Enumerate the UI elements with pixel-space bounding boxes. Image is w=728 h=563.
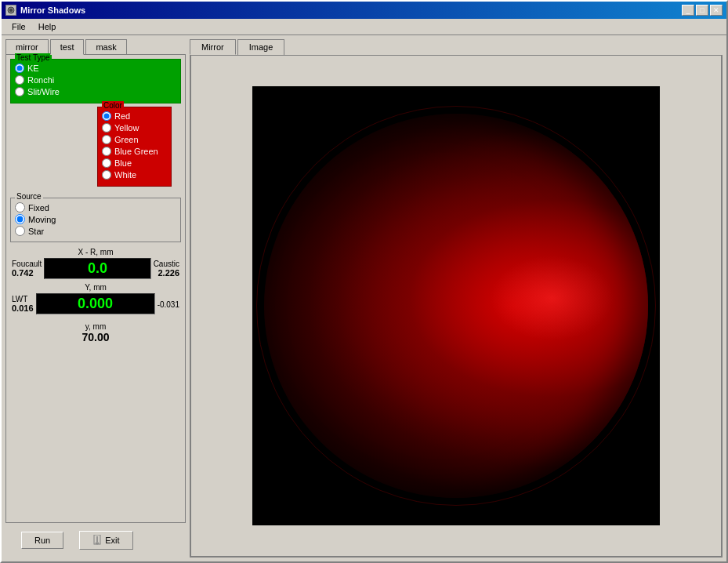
test-type-label: Test Type — [15, 53, 52, 62]
source-fixed-radio[interactable] — [15, 202, 25, 212]
title-bar-left: Mirror Shadows — [5, 5, 85, 16]
left-panel-body: Test Type KE Ronchi Slit/Wire — [5, 54, 186, 523]
window-icon — [5, 5, 16, 16]
color-red-radio[interactable] — [102, 111, 111, 121]
test-ke-radio[interactable] — [15, 64, 24, 73]
test-ke-option[interactable]: KE — [15, 64, 176, 73]
color-blue-radio[interactable] — [102, 158, 111, 168]
test-ronchi-label: Ronchi — [27, 75, 54, 85]
color-green-label: Green — [114, 135, 139, 144]
lwt-label: LWT — [12, 295, 27, 303]
foucault-label: Foucault — [12, 260, 42, 268]
y-label: Y, mm — [12, 283, 179, 292]
color-label: Color — [102, 101, 124, 110]
color-white-radio[interactable] — [102, 170, 111, 180]
close-button[interactable]: ✕ — [710, 5, 723, 16]
mirror-highlight — [264, 114, 648, 498]
source-label: Source — [15, 192, 43, 201]
ymm-label: y, mm — [12, 322, 179, 331]
source-moving-label: Moving — [28, 215, 56, 224]
image-area — [190, 55, 723, 558]
tab-mirror-image[interactable]: Mirror — [190, 39, 236, 55]
run-button[interactable]: Run — [21, 532, 63, 549]
minimize-button[interactable]: _ — [682, 5, 694, 16]
mirror-canvas — [252, 86, 660, 525]
test-ke-label: KE — [27, 64, 39, 73]
image-tabs: Mirror Image — [190, 39, 723, 55]
source-fixed-option[interactable]: Fixed — [15, 202, 176, 212]
lwt-value: 0.016 — [12, 303, 34, 313]
menu-bar: File Help — [2, 19, 726, 35]
color-bluegreen-radio[interactable] — [102, 147, 111, 156]
color-white-label: White — [114, 170, 136, 180]
source-star-option[interactable]: Star — [15, 226, 176, 236]
ymm-section: y, mm 70.00 — [12, 322, 179, 343]
color-blue-label: Blue — [114, 158, 132, 168]
exit-button[interactable]: Exit — [79, 531, 132, 550]
color-yellow-label: Yellow — [114, 123, 139, 133]
test-ronchi-option[interactable]: Ronchi — [15, 75, 176, 85]
measurements-section: X - R, mm Foucault 0.742 0.0 Caustic 2.2… — [10, 246, 181, 345]
color-red-label: Red — [114, 111, 130, 121]
color-group: Color Red Yellow Green — [97, 107, 172, 187]
foucault-value: 0.742 — [12, 268, 34, 278]
main-window: Mirror Shadows _ □ ✕ File Help mirror te… — [0, 0, 728, 563]
color-green-radio[interactable] — [102, 135, 111, 144]
right-panel: Mirror Image — [190, 39, 723, 558]
y-value-display: 0.000 — [36, 293, 155, 314]
tab-mask[interactable]: mask — [85, 39, 126, 55]
color-red-option[interactable]: Red — [102, 111, 167, 121]
test-slitwire-radio[interactable] — [15, 87, 24, 96]
title-buttons: _ □ ✕ — [682, 5, 723, 16]
caustic-label: Caustic — [154, 260, 179, 268]
exit-icon — [92, 535, 102, 546]
left-panel: mirror test mask Test Type KE Ronchi — [5, 39, 186, 558]
test-slitwire-label: Slit/Wire — [27, 87, 60, 96]
y-value-row: LWT 0.016 0.000 -0.031 — [12, 293, 179, 314]
title-bar: Mirror Shadows _ □ ✕ — [2, 2, 726, 19]
buttons-row: Run Exit — [5, 523, 186, 558]
test-slitware-option[interactable]: Slit/Wire — [15, 87, 176, 96]
tab-test[interactable]: test — [50, 39, 85, 55]
x-value-display: 0.0 — [44, 258, 150, 279]
source-fixed-label: Fixed — [28, 203, 49, 212]
lwt-right-value: -0.031 — [158, 300, 179, 309]
color-green-option[interactable]: Green — [102, 135, 167, 144]
maximize-button[interactable]: □ — [696, 5, 708, 16]
color-bluegreen-option[interactable]: Blue Green — [102, 147, 167, 156]
window-title: Mirror Shadows — [20, 5, 85, 15]
source-star-label: Star — [28, 227, 44, 236]
svg-point-1 — [9, 9, 13, 12]
source-moving-radio[interactable] — [15, 214, 25, 224]
caustic-value: 2.226 — [158, 268, 179, 278]
test-ronchi-radio[interactable] — [15, 75, 24, 85]
menu-help[interactable]: Help — [32, 20, 63, 33]
source-moving-option[interactable]: Moving — [15, 214, 176, 224]
test-type-group: Test Type KE Ronchi Slit/Wire — [10, 59, 181, 104]
source-group: Source Fixed Moving Star — [10, 198, 181, 242]
menu-file[interactable]: File — [5, 20, 32, 33]
color-blue-option[interactable]: Blue — [102, 158, 167, 168]
ymm-value: 70.00 — [12, 331, 179, 343]
tab-mirror[interactable]: mirror — [5, 39, 49, 55]
tab-image[interactable]: Image — [237, 39, 285, 55]
color-bluegreen-label: Blue Green — [114, 147, 158, 156]
main-content: mirror test mask Test Type KE Ronchi — [2, 35, 726, 561]
exit-label: Exit — [105, 536, 119, 545]
x-r-label: X - R, mm — [12, 248, 179, 256]
left-tabs: mirror test mask — [5, 39, 186, 55]
color-yellow-option[interactable]: Yellow — [102, 123, 167, 133]
color-white-option[interactable]: White — [102, 170, 167, 180]
color-yellow-radio[interactable] — [102, 123, 111, 133]
source-star-radio[interactable] — [15, 226, 25, 236]
x-value-row: Foucault 0.742 0.0 Caustic 2.226 — [12, 258, 179, 279]
